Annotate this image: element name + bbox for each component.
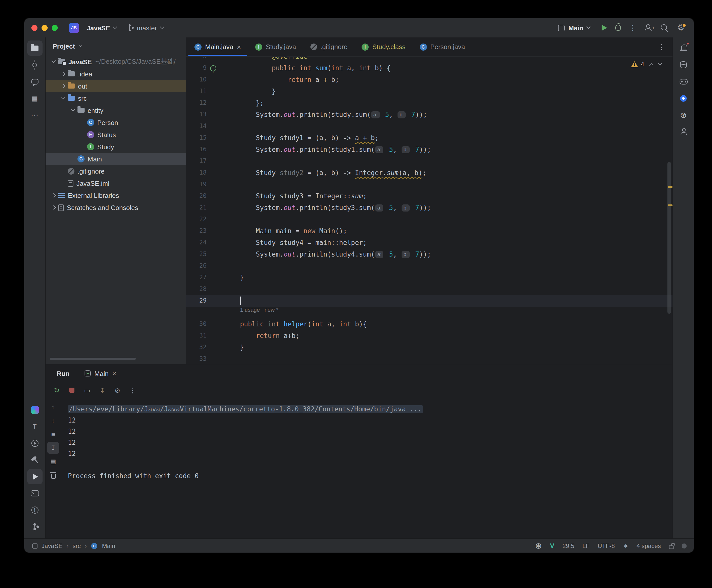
line-number[interactable]: 17 xyxy=(186,155,207,167)
chevron-right-icon[interactable] xyxy=(59,72,67,76)
line-number[interactable]: 8 xyxy=(186,57,207,62)
services-icon[interactable] xyxy=(27,436,42,451)
console-output[interactable]: /Users/eve/Library/Java/JavaVirtualMachi… xyxy=(61,398,672,539)
stop-icon[interactable] xyxy=(66,384,78,396)
tree-item-src[interactable]: src xyxy=(45,92,186,104)
code-line-11[interactable]: 11 } xyxy=(186,85,672,97)
code-line-13[interactable]: 13 System.out.println(study.sum(a: 5, b:… xyxy=(186,109,672,121)
chevron-right-icon[interactable] xyxy=(59,84,67,87)
bell-icon[interactable] xyxy=(676,41,691,56)
assistant-icon[interactable] xyxy=(676,90,691,106)
tree-item-study[interactable]: Study xyxy=(45,141,186,153)
close-window-button[interactable] xyxy=(32,25,38,31)
line-number[interactable]: 29 xyxy=(186,295,207,307)
code-line-17[interactable]: 17 xyxy=(186,155,672,167)
usages-hint[interactable]: 1 usage new * xyxy=(186,307,672,318)
code-line-20[interactable]: 20 Study study3 = Integer::sum; xyxy=(186,190,672,202)
more-icon[interactable] xyxy=(27,107,42,123)
tree-item-person[interactable]: Person xyxy=(45,117,186,128)
code-line-10[interactable]: 10 return a + b; xyxy=(186,74,672,85)
line-number[interactable]: 12 xyxy=(186,97,207,109)
v-plugin-icon[interactable] xyxy=(550,542,554,549)
settings-button[interactable] xyxy=(676,23,686,33)
warning-stripe-mark[interactable] xyxy=(668,186,672,188)
tree-item-out[interactable]: out xyxy=(45,80,186,92)
debug-button[interactable] xyxy=(615,25,621,31)
project-icon[interactable] xyxy=(27,41,42,56)
line-number[interactable]: 21 xyxy=(186,202,207,213)
code-line-16[interactable]: 16 System.out.println(study1.sum(a: 5, b… xyxy=(186,144,672,155)
code-line-18[interactable]: 18 Study study2 = (a, b) -> Integer.sum(… xyxy=(186,167,672,178)
code-line-27[interactable]: 27} xyxy=(186,272,672,284)
more-actions-button[interactable] xyxy=(629,23,636,33)
minimize-window-button[interactable] xyxy=(42,25,47,31)
soft-wrap-icon[interactable] xyxy=(47,428,59,440)
tree-item-javase-iml[interactable]: JavaSE.iml xyxy=(45,177,186,189)
controller-icon[interactable] xyxy=(676,74,691,89)
caret-position-widget[interactable]: 29:5 xyxy=(562,542,574,549)
line-number[interactable]: 33 xyxy=(186,353,207,364)
close-icon[interactable] xyxy=(112,370,116,378)
project-selector[interactable]: JavaSE xyxy=(83,21,120,35)
up-icon[interactable] xyxy=(47,401,59,413)
tab-study-class[interactable]: Study.class xyxy=(354,38,412,56)
code-line-23[interactable]: 23 Main main = new Main(); xyxy=(186,225,672,237)
more-v-icon[interactable] xyxy=(127,384,139,396)
gpt-icon[interactable] xyxy=(676,107,691,123)
down-icon[interactable] xyxy=(47,415,59,426)
breadcrumb-project[interactable]: JavaSE xyxy=(42,542,63,549)
chevron-down-icon[interactable] xyxy=(59,98,67,99)
code-line-25[interactable]: 25 System.out.println(study4.sum(a: 5, b… xyxy=(186,249,672,260)
tree-item-scratches-and-consoles[interactable]: Scratches and Consoles xyxy=(45,202,186,213)
search-everywhere-button[interactable] xyxy=(661,24,668,31)
tree-item-idea[interactable]: .idea xyxy=(45,68,186,80)
ai-assistant-icon[interactable] xyxy=(27,402,42,418)
line-number[interactable]: 31 xyxy=(186,330,207,341)
code-with-me-button[interactable] xyxy=(645,24,653,31)
line-number[interactable]: 20 xyxy=(186,190,207,202)
structure-icon[interactable] xyxy=(27,90,42,106)
code-editor[interactable]: 8 @Override9 public int sum(int a, int b… xyxy=(186,57,672,364)
line-number[interactable]: 28 xyxy=(186,284,207,295)
line-number[interactable]: 24 xyxy=(186,237,207,249)
tab-options-button[interactable] xyxy=(651,42,672,51)
code-line-29[interactable]: 29 xyxy=(186,295,672,307)
next-problem-button[interactable] xyxy=(658,61,662,65)
indent-widget[interactable]: 4 spaces xyxy=(636,542,661,549)
database-icon[interactable] xyxy=(676,57,691,72)
code-line-30[interactable]: 30public int helper(int a, int b){ xyxy=(186,318,672,330)
code-line-31[interactable]: 31 return a+b; xyxy=(186,330,672,341)
branch-selector[interactable]: master xyxy=(123,21,167,35)
learn-icon[interactable] xyxy=(27,419,42,434)
line-number[interactable]: 14 xyxy=(186,121,207,132)
code-line-9[interactable]: 9 public int sum(int a, int b) { xyxy=(186,62,672,74)
line-number[interactable]: 23 xyxy=(186,225,207,237)
line-number[interactable]: 25 xyxy=(186,249,207,260)
review-icon[interactable] xyxy=(27,74,42,89)
line-number[interactable]: 16 xyxy=(186,144,207,155)
line-number[interactable]: 13 xyxy=(186,109,207,121)
trash-icon[interactable] xyxy=(47,469,59,481)
code-line-14[interactable]: 14 xyxy=(186,121,672,132)
problems-icon[interactable] xyxy=(27,503,42,518)
line-number[interactable]: 11 xyxy=(186,85,207,97)
encoding-widget[interactable]: UTF-8 xyxy=(597,542,615,549)
line-number[interactable]: 18 xyxy=(186,167,207,178)
line-number[interactable]: 15 xyxy=(186,132,207,144)
line-number[interactable]: 26 xyxy=(186,260,207,272)
line-number[interactable]: 9 xyxy=(186,62,207,74)
terminal-icon[interactable] xyxy=(27,486,42,501)
tree-item-javase[interactable]: JavaSE~/Desktop/CS/JavaSE基础/ xyxy=(45,56,186,68)
line-number[interactable]: 27 xyxy=(186,272,207,284)
gpt-status-icon[interactable] xyxy=(535,541,542,550)
code-line-8[interactable]: 8 @Override xyxy=(186,57,672,62)
tree-item-status[interactable]: Status xyxy=(45,128,186,141)
line-separator-widget[interactable]: LF xyxy=(582,542,589,549)
scroll-end-icon[interactable] xyxy=(96,384,108,396)
zoom-window-button[interactable] xyxy=(52,25,58,31)
commit-icon[interactable] xyxy=(27,57,42,72)
line-number[interactable]: 32 xyxy=(186,341,207,353)
code-line-21[interactable]: 21 System.out.println(study3.sum(a: 5, b… xyxy=(186,202,672,213)
frame-icon[interactable] xyxy=(81,384,93,396)
run-tab-main[interactable]: Main xyxy=(85,370,117,378)
